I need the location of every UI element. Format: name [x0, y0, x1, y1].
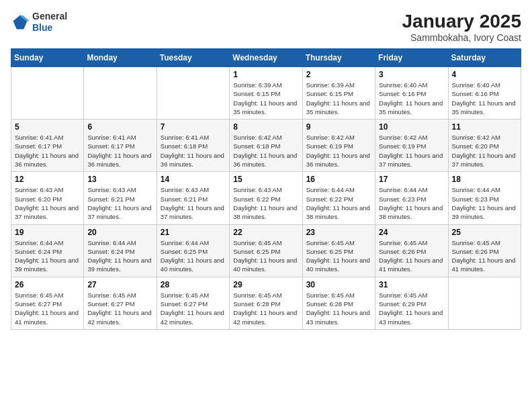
- col-header-friday: Friday: [375, 49, 448, 67]
- day-info: Sunrise: 6:41 AM Sunset: 6:17 PM Dayligh…: [15, 133, 80, 169]
- logo: General Blue: [11, 11, 67, 34]
- calendar-cell: 27Sunrise: 6:45 AM Sunset: 6:27 PM Dayli…: [84, 277, 157, 329]
- calendar-cell: 18Sunrise: 6:44 AM Sunset: 6:23 PM Dayli…: [448, 172, 521, 224]
- day-info: Sunrise: 6:45 AM Sunset: 6:25 PM Dayligh…: [306, 238, 371, 274]
- calendar-cell: [157, 67, 229, 120]
- day-info: Sunrise: 6:44 AM Sunset: 6:23 PM Dayligh…: [379, 185, 444, 221]
- calendar-cell: 16Sunrise: 6:44 AM Sunset: 6:22 PM Dayli…: [302, 172, 375, 224]
- calendar-cell: 10Sunrise: 6:42 AM Sunset: 6:19 PM Dayli…: [375, 120, 448, 172]
- day-info: Sunrise: 6:45 AM Sunset: 6:26 PM Dayligh…: [379, 238, 444, 274]
- col-header-wednesday: Wednesday: [230, 49, 302, 67]
- calendar-cell: 15Sunrise: 6:43 AM Sunset: 6:22 PM Dayli…: [230, 172, 302, 224]
- day-info: Sunrise: 6:45 AM Sunset: 6:28 PM Dayligh…: [306, 291, 371, 326]
- calendar-title: January 2025: [402, 11, 521, 32]
- day-number: 19: [15, 228, 80, 237]
- calendar-cell: 22Sunrise: 6:45 AM Sunset: 6:25 PM Dayli…: [230, 224, 302, 277]
- calendar-cell: 21Sunrise: 6:44 AM Sunset: 6:25 PM Dayli…: [157, 224, 229, 277]
- day-number: 15: [233, 175, 298, 184]
- day-number: 8: [233, 122, 298, 132]
- day-info: Sunrise: 6:44 AM Sunset: 6:23 PM Dayligh…: [452, 185, 517, 221]
- day-info: Sunrise: 6:40 AM Sunset: 6:16 PM Dayligh…: [379, 81, 444, 116]
- day-number: 24: [379, 228, 444, 237]
- day-number: 9: [306, 122, 371, 132]
- day-number: 30: [306, 280, 371, 289]
- calendar-header-row: SundayMondayTuesdayWednesdayThursdayFrid…: [11, 49, 521, 67]
- col-header-monday: Monday: [84, 49, 157, 67]
- day-info: Sunrise: 6:43 AM Sunset: 6:20 PM Dayligh…: [15, 185, 80, 221]
- calendar-cell: 2Sunrise: 6:39 AM Sunset: 6:15 PM Daylig…: [302, 67, 375, 120]
- day-number: 1: [233, 70, 298, 79]
- calendar-cell: 30Sunrise: 6:45 AM Sunset: 6:28 PM Dayli…: [302, 277, 375, 329]
- calendar-cell: 13Sunrise: 6:43 AM Sunset: 6:21 PM Dayli…: [84, 172, 157, 224]
- day-number: 11: [452, 122, 517, 132]
- calendar-cell: 24Sunrise: 6:45 AM Sunset: 6:26 PM Dayli…: [375, 224, 448, 277]
- calendar-cell: 31Sunrise: 6:45 AM Sunset: 6:29 PM Dayli…: [375, 277, 448, 329]
- day-number: 4: [452, 70, 517, 79]
- calendar-cell: 12Sunrise: 6:43 AM Sunset: 6:20 PM Dayli…: [11, 172, 84, 224]
- day-info: Sunrise: 6:45 AM Sunset: 6:27 PM Dayligh…: [15, 291, 80, 326]
- day-info: Sunrise: 6:42 AM Sunset: 6:19 PM Dayligh…: [306, 133, 371, 169]
- calendar-cell: 11Sunrise: 6:42 AM Sunset: 6:20 PM Dayli…: [448, 120, 521, 172]
- day-number: 25: [452, 228, 517, 237]
- day-info: Sunrise: 6:42 AM Sunset: 6:19 PM Dayligh…: [379, 133, 444, 169]
- day-number: 28: [161, 280, 226, 289]
- calendar-week-2: 5Sunrise: 6:41 AM Sunset: 6:17 PM Daylig…: [11, 120, 521, 172]
- calendar-cell: 25Sunrise: 6:45 AM Sunset: 6:26 PM Dayli…: [448, 224, 521, 277]
- calendar-table: SundayMondayTuesdayWednesdayThursdayFrid…: [11, 48, 521, 330]
- col-header-tuesday: Tuesday: [157, 49, 229, 67]
- calendar-cell: 5Sunrise: 6:41 AM Sunset: 6:17 PM Daylig…: [11, 120, 84, 172]
- day-number: 21: [161, 228, 226, 237]
- svg-marker-0: [13, 15, 28, 29]
- calendar-cell: 1Sunrise: 6:39 AM Sunset: 6:15 PM Daylig…: [230, 67, 302, 120]
- page-header: General Blue January 2025 Sammbokaha, Iv…: [11, 11, 521, 43]
- day-number: 22: [233, 228, 298, 237]
- calendar-cell: 19Sunrise: 6:44 AM Sunset: 6:24 PM Dayli…: [11, 224, 84, 277]
- day-number: 10: [379, 122, 444, 132]
- day-info: Sunrise: 6:45 AM Sunset: 6:25 PM Dayligh…: [233, 238, 298, 274]
- day-number: 3: [379, 70, 444, 79]
- day-number: 31: [379, 280, 444, 289]
- calendar-cell: 29Sunrise: 6:45 AM Sunset: 6:28 PM Dayli…: [230, 277, 302, 329]
- day-number: 13: [87, 175, 152, 184]
- day-number: 5: [15, 122, 80, 132]
- calendar-cell: [448, 277, 521, 329]
- day-info: Sunrise: 6:44 AM Sunset: 6:24 PM Dayligh…: [87, 238, 152, 274]
- day-info: Sunrise: 6:43 AM Sunset: 6:21 PM Dayligh…: [87, 185, 152, 221]
- day-info: Sunrise: 6:45 AM Sunset: 6:28 PM Dayligh…: [233, 291, 298, 326]
- day-info: Sunrise: 6:42 AM Sunset: 6:18 PM Dayligh…: [233, 133, 298, 169]
- logo-icon: [11, 13, 30, 32]
- calendar-week-1: 1Sunrise: 6:39 AM Sunset: 6:15 PM Daylig…: [11, 67, 521, 120]
- day-info: Sunrise: 6:41 AM Sunset: 6:17 PM Dayligh…: [87, 133, 152, 169]
- calendar-cell: 20Sunrise: 6:44 AM Sunset: 6:24 PM Dayli…: [84, 224, 157, 277]
- calendar-week-4: 19Sunrise: 6:44 AM Sunset: 6:24 PM Dayli…: [11, 224, 521, 277]
- day-info: Sunrise: 6:45 AM Sunset: 6:27 PM Dayligh…: [87, 291, 152, 326]
- calendar-cell: 3Sunrise: 6:40 AM Sunset: 6:16 PM Daylig…: [375, 67, 448, 120]
- day-info: Sunrise: 6:40 AM Sunset: 6:16 PM Dayligh…: [452, 81, 517, 116]
- day-info: Sunrise: 6:44 AM Sunset: 6:25 PM Dayligh…: [161, 238, 226, 274]
- day-info: Sunrise: 6:39 AM Sunset: 6:15 PM Dayligh…: [233, 81, 298, 116]
- logo-general: General: [32, 11, 67, 22]
- day-number: 20: [87, 228, 152, 237]
- col-header-saturday: Saturday: [448, 49, 521, 67]
- day-info: Sunrise: 6:43 AM Sunset: 6:21 PM Dayligh…: [161, 185, 226, 221]
- title-block: January 2025 Sammbokaha, Ivory Coast: [402, 11, 521, 43]
- day-number: 6: [87, 122, 152, 132]
- day-number: 14: [161, 175, 226, 184]
- calendar-cell: 14Sunrise: 6:43 AM Sunset: 6:21 PM Dayli…: [157, 172, 229, 224]
- calendar-cell: 9Sunrise: 6:42 AM Sunset: 6:19 PM Daylig…: [302, 120, 375, 172]
- calendar-subtitle: Sammbokaha, Ivory Coast: [402, 32, 521, 43]
- day-number: 26: [15, 280, 80, 289]
- day-info: Sunrise: 6:41 AM Sunset: 6:18 PM Dayligh…: [161, 133, 226, 169]
- day-number: 27: [87, 280, 152, 289]
- calendar-cell: [11, 67, 84, 120]
- logo-blue: Blue: [32, 22, 67, 34]
- day-info: Sunrise: 6:45 AM Sunset: 6:27 PM Dayligh…: [161, 291, 226, 326]
- calendar-cell: 4Sunrise: 6:40 AM Sunset: 6:16 PM Daylig…: [448, 67, 521, 120]
- col-header-sunday: Sunday: [11, 49, 84, 67]
- col-header-thursday: Thursday: [302, 49, 375, 67]
- calendar-cell: 26Sunrise: 6:45 AM Sunset: 6:27 PM Dayli…: [11, 277, 84, 329]
- logo-text: General Blue: [32, 11, 67, 34]
- day-info: Sunrise: 6:44 AM Sunset: 6:24 PM Dayligh…: [15, 238, 80, 274]
- calendar-cell: 23Sunrise: 6:45 AM Sunset: 6:25 PM Dayli…: [302, 224, 375, 277]
- day-info: Sunrise: 6:45 AM Sunset: 6:26 PM Dayligh…: [452, 238, 517, 274]
